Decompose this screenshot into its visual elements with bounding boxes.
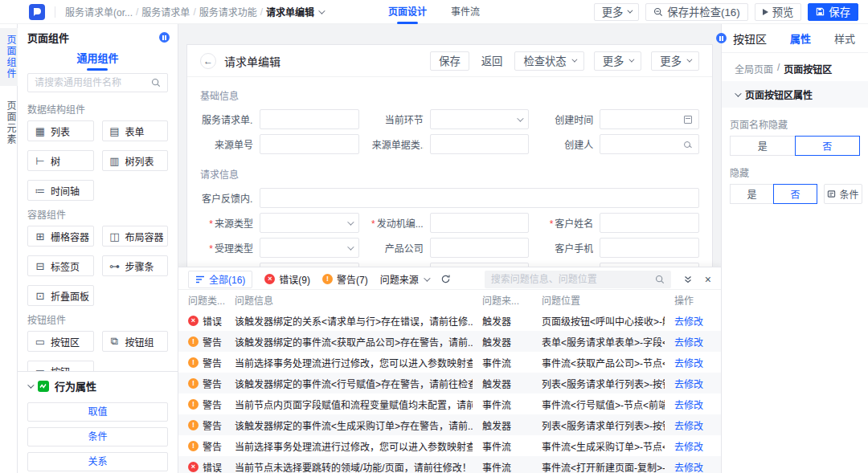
field-input[interactable] <box>260 188 699 208</box>
component-item[interactable]: ▭按钮区 <box>27 331 94 352</box>
field-input[interactable] <box>600 213 699 233</box>
tab-styles[interactable]: 样式 <box>834 31 855 46</box>
component-label: 树列表 <box>125 154 154 168</box>
issue-source-dropdown[interactable]: 问题来源 <box>380 272 428 286</box>
save-and-check-button[interactable]: 保存并检查(16) <box>645 3 747 21</box>
issue-row[interactable]: 警告 该触发器绑定的事件流<生成采购订单>存在警告，请前... 触发器 列表<服… <box>178 414 721 435</box>
app-logo-icon[interactable] <box>29 4 45 20</box>
field-input[interactable] <box>260 213 359 233</box>
tab-page-design[interactable]: 页面设计 <box>388 0 427 24</box>
canvas-action-button[interactable]: 返回 <box>479 51 506 71</box>
behavior-button[interactable]: 条件 <box>27 427 168 446</box>
inspector-section-header[interactable]: 页面按钮区属性 <box>722 81 868 108</box>
field-input[interactable] <box>600 109 699 129</box>
issue-row[interactable]: 警告 该触发器绑定的事件流<行号赋值>存在警告，请前往检查 触发器 列表<服务请… <box>178 373 721 393</box>
go-fix-link[interactable]: 去修改 <box>674 418 711 432</box>
component-item[interactable]: ≔时间轴 <box>27 180 94 201</box>
issue-row[interactable]: 警告 当前选择事务处理流进行过修改，您可以进入参数映射查... 事件流 事件流<… <box>178 352 721 373</box>
go-fix-link[interactable]: 去修改 <box>674 398 711 411</box>
form-field: 当前环节 <box>371 109 530 129</box>
page-name-hidden-yes[interactable]: 是 <box>730 136 796 156</box>
field-input[interactable] <box>430 213 530 233</box>
tab-properties[interactable]: 属性 <box>790 31 811 46</box>
preview-button[interactable]: 预览 <box>755 3 802 21</box>
component-search <box>27 73 168 92</box>
field-input[interactable] <box>600 238 699 258</box>
component-item[interactable]: ⊟标签页 <box>27 255 94 276</box>
behavior-panel-header[interactable]: 行为属性 <box>18 372 178 397</box>
field-input[interactable] <box>430 109 530 129</box>
issue-type-icon <box>188 462 199 472</box>
canvas-action-button[interactable]: 更多 <box>651 51 699 71</box>
save-button[interactable]: 保存 <box>808 3 858 21</box>
breadcrumb-item[interactable]: 服务请求单(or... <box>65 5 133 18</box>
issues-tab-warnings[interactable]: 警告(7) <box>322 272 368 286</box>
component-item[interactable]: ▦列表 <box>27 120 94 141</box>
rail-tab-page-elements[interactable]: 页面元素 <box>0 94 18 152</box>
issue-row[interactable]: 警告 该触发器绑定的事件流<获取产品公司>存在警告，请前... 触发器 表单<服… <box>178 331 721 352</box>
field-input[interactable] <box>260 109 359 129</box>
issue-row[interactable]: 警告 当前节点内页面字段赋值和流程变量赋值均未配置，请前... 事件流 事件流<… <box>178 393 721 414</box>
tab-common-components[interactable]: 通用组件 <box>76 50 118 71</box>
issue-type: 警告 <box>188 439 225 453</box>
field-input[interactable] <box>600 134 699 154</box>
tab-event-flow[interactable]: 事件流 <box>451 0 480 24</box>
issues-search-input[interactable] <box>491 274 650 285</box>
field-input[interactable] <box>260 238 359 258</box>
behavior-icon <box>38 381 49 392</box>
component-item[interactable]: ⊢树 <box>27 150 94 171</box>
button-group-icon: ⧉ <box>109 335 121 348</box>
canvas-action-button[interactable]: 保存 <box>430 51 469 71</box>
issue-row[interactable]: 错误 当前节点未选择要跳转的领域/功能/页面，请前往修改！ 事件流 事件流<打开… <box>178 456 721 473</box>
back-icon[interactable] <box>200 53 216 69</box>
component-search-input[interactable] <box>35 77 146 88</box>
collapse-issues-icon[interactable] <box>683 275 693 284</box>
component-item[interactable]: ▭按钮 <box>27 361 94 371</box>
field-label: *发动机编... <box>371 216 424 230</box>
canvas-action-button[interactable]: 更多 <box>594 51 642 71</box>
issue-row[interactable]: 错误 该触发器绑定的关系<请求单与行>存在错误，请前往修... 触发器 页面级按… <box>178 310 721 331</box>
field-input[interactable] <box>430 238 530 258</box>
go-fix-link[interactable]: 去修改 <box>674 314 711 328</box>
more-button[interactable]: 更多 <box>594 3 640 21</box>
component-item[interactable]: ⧉按钮组 <box>102 331 169 352</box>
component-item[interactable]: ▥树列表 <box>102 150 169 171</box>
behavior-button[interactable]: 关系 <box>27 452 168 471</box>
breadcrumb-current[interactable]: 请求单编辑 <box>266 5 323 18</box>
go-fix-link[interactable]: 去修改 <box>674 460 711 473</box>
component-item[interactable]: ▤表单 <box>102 120 169 141</box>
save-icon <box>816 7 825 16</box>
page-name-hidden-no[interactable]: 否 <box>795 136 861 156</box>
breadcrumb-item[interactable]: 服务请求单 <box>141 5 190 18</box>
component-item[interactable]: ⊶步骤条 <box>102 255 169 276</box>
issue-source: 触发器 <box>482 377 532 390</box>
rail-tab-page-components[interactable]: 页面组件 <box>0 28 18 86</box>
issue-type-icon <box>188 420 199 430</box>
breadcrumb-item[interactable]: 服务请求功能 <box>199 5 257 18</box>
component-item[interactable]: ⊡折叠面板 <box>27 285 94 306</box>
hidden-no[interactable]: 否 <box>773 184 817 204</box>
field-input[interactable] <box>430 134 530 154</box>
go-fix-link[interactable]: 去修改 <box>674 356 711 369</box>
collapse-inspector-icon[interactable] <box>716 33 727 43</box>
issues-tab-all[interactable]: 全部(16) <box>188 271 252 288</box>
issue-message: 该触发器绑定的事件流<获取产品公司>存在警告，请前... <box>235 335 473 349</box>
section-label: 按钮组件 <box>18 308 178 328</box>
field-input[interactable] <box>260 134 359 154</box>
component-item[interactable]: ◫布局容器 <box>102 226 169 247</box>
refresh-icon[interactable] <box>440 274 451 284</box>
collapse-sidebar-icon[interactable] <box>159 32 170 43</box>
close-issues-icon[interactable]: × <box>705 274 711 285</box>
hidden-yes[interactable]: 是 <box>730 184 774 204</box>
go-fix-link[interactable]: 去修改 <box>674 335 711 349</box>
go-fix-link[interactable]: 去修改 <box>674 439 711 453</box>
issues-tab-errors[interactable]: 错误(9) <box>264 272 310 286</box>
breadcrumb-item[interactable]: 全局页面 <box>735 62 773 75</box>
condition-button[interactable]: 条件 <box>824 184 862 204</box>
issue-row[interactable]: 警告 当前选择事务处理流进行过修改，您可以进入参数映射查... 事件流 事件流<… <box>178 435 721 456</box>
go-fix-link[interactable]: 去修改 <box>674 377 711 390</box>
component-item[interactable]: ⊞栅格容器 <box>27 226 94 247</box>
behavior-button[interactable]: 取值 <box>27 402 168 422</box>
form-grid: 服务请求单... 当前环节 创建时间 <box>200 109 699 154</box>
canvas-action-button[interactable]: 检查状态 <box>514 51 583 71</box>
